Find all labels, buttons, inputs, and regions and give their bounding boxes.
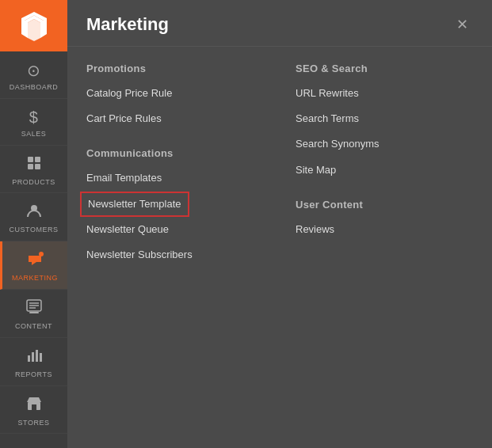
sidebar-item-label: REPORTS — [15, 370, 52, 379]
sidebar-item-content[interactable]: CONTENT — [0, 290, 67, 338]
svg-rect-13 — [36, 350, 38, 362]
catalog-price-rule-link[interactable]: Catalog Price Rule — [86, 81, 264, 106]
cart-price-rules-link[interactable]: Cart Price Rules — [86, 106, 264, 131]
content-icon — [26, 299, 42, 319]
magento-logo-icon — [18, 10, 50, 42]
search-terms-link[interactable]: Search Terms — [296, 106, 473, 131]
search-synonyms-link[interactable]: Search Synonyms — [296, 131, 473, 157]
sidebar-logo[interactable] — [0, 0, 67, 51]
svg-rect-12 — [32, 352, 34, 362]
reports-icon — [26, 347, 42, 367]
right-column: SEO & Search URL Rewrites Search Terms S… — [296, 63, 473, 268]
sidebar-item-label: CONTENT — [15, 322, 52, 331]
svg-rect-7 — [29, 312, 39, 313]
newsletter-subscribers-link[interactable]: Newsletter Subscribers — [86, 242, 264, 268]
seo-search-title: SEO & Search — [296, 63, 473, 74]
sidebar-item-label: DASHBOARD — [10, 83, 59, 92]
sidebar-item-label: CUSTOMERS — [10, 226, 59, 234]
sidebar-item-sales[interactable]: $ SALES — [0, 99, 67, 146]
communications-title: Communications — [86, 147, 264, 159]
communications-section: Communications Email Templates Newslette… — [86, 147, 264, 268]
sidebar-item-stores[interactable]: STORES — [0, 386, 67, 435]
seo-search-section: SEO & Search URL Rewrites Search Terms S… — [296, 63, 473, 183]
close-button[interactable]: ✕ — [452, 16, 473, 33]
panel-title: Marketing — [86, 14, 169, 35]
dashboard-icon: ⊙ — [27, 61, 41, 80]
sidebar-item-products[interactable]: PRODUCTS — [0, 146, 67, 194]
user-content-title: User Content — [296, 199, 473, 211]
panel-header: Marketing ✕ — [67, 0, 492, 47]
svg-point-5 — [39, 252, 44, 256]
user-content-section: User Content Reviews — [296, 199, 473, 242]
url-rewrites-link[interactable]: URL Rewrites — [296, 81, 473, 106]
svg-rect-1 — [35, 157, 40, 162]
sidebar-item-dashboard[interactable]: ⊙ DASHBOARD — [0, 51, 67, 99]
promotions-title: Promotions — [86, 63, 264, 74]
left-column: Promotions Catalog Price Rule Cart Price… — [86, 63, 264, 268]
marketing-icon — [26, 251, 44, 271]
sidebar-item-label: STORES — [18, 419, 50, 427]
marketing-panel: Marketing ✕ Promotions Catalog Price Rul… — [67, 0, 492, 448]
svg-rect-11 — [28, 355, 30, 362]
sidebar-item-reports[interactable]: REPORTS — [0, 338, 67, 386]
newsletter-template-link[interactable]: Newsletter Template — [80, 192, 189, 217]
svg-rect-2 — [28, 164, 33, 169]
site-map-link[interactable]: Site Map — [296, 158, 473, 183]
email-templates-link[interactable]: Email Templates — [86, 165, 264, 191]
sidebar-item-label: PRODUCTS — [12, 178, 55, 187]
svg-rect-0 — [28, 157, 33, 162]
svg-rect-16 — [32, 404, 36, 410]
sales-icon: $ — [29, 108, 39, 127]
svg-rect-14 — [40, 353, 42, 362]
products-icon — [26, 155, 42, 175]
panel-body: Promotions Catalog Price Rule Cart Price… — [67, 47, 492, 283]
svg-rect-3 — [35, 164, 40, 169]
stores-icon — [26, 396, 42, 416]
sidebar-item-customers[interactable]: CUSTOMERS — [0, 193, 67, 241]
customers-icon — [26, 203, 42, 222]
sidebar: ⊙ DASHBOARD $ SALES PRODUCTS CUSTOMERS — [0, 0, 67, 448]
reviews-link[interactable]: Reviews — [296, 217, 473, 242]
sidebar-item-marketing[interactable]: MARKETING — [0, 241, 67, 290]
sidebar-item-label: MARKETING — [12, 274, 58, 283]
promotions-section: Promotions Catalog Price Rule Cart Price… — [86, 63, 264, 131]
sidebar-item-label: SALES — [21, 130, 47, 139]
newsletter-queue-link[interactable]: Newsletter Queue — [86, 217, 264, 242]
